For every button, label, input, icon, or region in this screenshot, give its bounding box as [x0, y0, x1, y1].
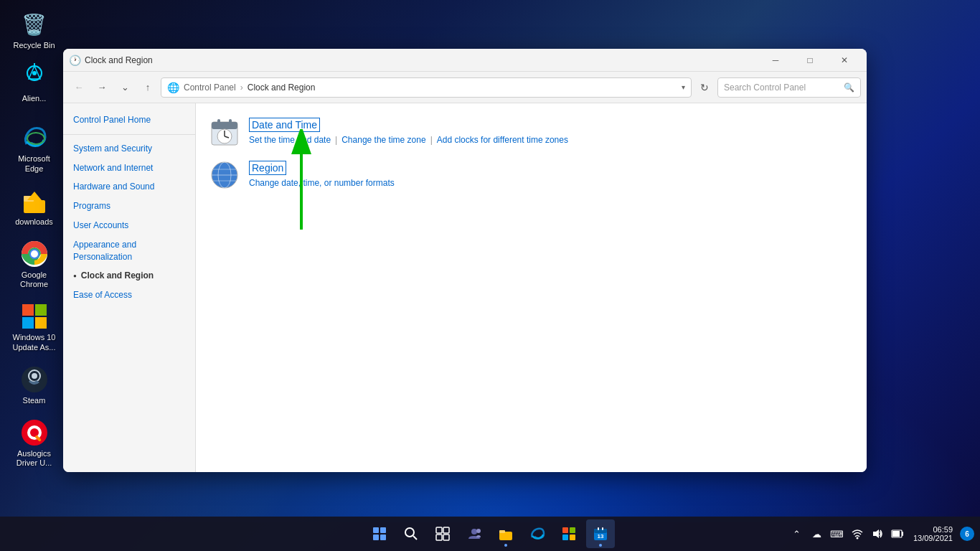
svg-text:13: 13	[598, 533, 604, 540]
svg-rect-23	[212, 122, 237, 129]
svg-point-4	[27, 133, 44, 144]
svg-rect-14	[35, 317, 47, 329]
windows-update-label: Windows 10 Update As...	[10, 333, 58, 352]
calendar-button[interactable]: 13	[586, 519, 615, 548]
sidebar-label-appearance: Appearance and Personalization	[73, 239, 185, 263]
sidebar-divider-1	[63, 134, 195, 135]
keyboard-icon[interactable]: ⌨	[829, 525, 846, 542]
sidebar-item-system-security[interactable]: System and Security	[63, 139, 195, 159]
svg-rect-40	[436, 534, 442, 540]
forward-button[interactable]: →	[92, 77, 112, 98]
clock-date: 13/09/2021	[913, 534, 953, 542]
desktop-icon-recycle-bin[interactable]: 🗑️ Recycle Bin	[7, 7, 61, 53]
desktop-icon-downloads[interactable]: downloads	[7, 184, 61, 230]
sidebar-item-clock-region[interactable]: ● Clock and Region	[63, 266, 195, 286]
task-view-button[interactable]	[428, 519, 457, 548]
downloads-label: downloads	[15, 217, 53, 227]
edge-desktop-label: Microsoft Edge	[10, 154, 58, 173]
minimize-button[interactable]: ─	[759, 49, 792, 72]
sidebar-label-control-panel-home: Control Panel Home	[73, 114, 151, 126]
add-clocks-link[interactable]: Add clocks for different time zones	[437, 135, 568, 145]
close-button[interactable]: ✕	[828, 49, 861, 72]
address-path-1: Control Panel	[184, 83, 236, 93]
svg-rect-12	[35, 304, 47, 316]
windows-logo-icon	[373, 527, 386, 540]
cloud-icon[interactable]: ☁	[809, 525, 826, 542]
svg-point-55	[856, 537, 858, 540]
store-button[interactable]	[555, 519, 583, 548]
edge-icon	[20, 123, 49, 152]
sep-2: |	[430, 135, 433, 145]
windows-update-icon	[20, 302, 49, 331]
svg-rect-5	[24, 200, 45, 213]
path-separator-1: ›	[240, 83, 243, 93]
chrome-icon	[20, 240, 49, 268]
clock-time: 06:59	[913, 525, 953, 534]
recent-locations-button[interactable]: ⌄	[115, 77, 135, 98]
address-dropdown-arrow[interactable]: ▾	[682, 83, 685, 91]
search-placeholder: Search Control Panel	[724, 83, 806, 93]
svg-marker-56	[873, 529, 879, 538]
sidebar-item-hardware-sound[interactable]: Hardware and Sound	[63, 177, 195, 197]
window-body: Control Panel Home System and Security N…	[63, 103, 867, 472]
sidebar-item-network-internet[interactable]: Network and Internet	[63, 159, 195, 178]
search-box[interactable]: Search Control Panel 🔍	[717, 77, 861, 98]
change-formats-link[interactable]: Change date, time, or number formats	[249, 178, 395, 188]
system-tray: ⌃ ☁ ⌨	[788, 525, 974, 542]
start-button[interactable]	[365, 519, 394, 548]
taskbar-center-icons: 13	[365, 519, 615, 548]
desktop-icon-windows-update[interactable]: Windows 10 Update As...	[7, 299, 61, 354]
tray-chevron[interactable]: ⌃	[788, 525, 806, 542]
file-explorer-button[interactable]	[491, 519, 520, 548]
refresh-button[interactable]: ↻	[694, 77, 715, 98]
region-icon	[210, 161, 239, 189]
sidebar-item-control-panel-home[interactable]: Control Panel Home	[63, 110, 195, 130]
notification-badge[interactable]: 6	[960, 527, 974, 541]
address-field[interactable]: 🌐 Control Panel › Clock and Region ▾	[161, 77, 692, 98]
auslogics-icon	[20, 418, 49, 447]
svg-rect-46	[562, 527, 568, 533]
alienware-icon	[20, 63, 49, 92]
auslogics-label: Auslogics Driver U...	[10, 449, 58, 468]
search-taskbar-button[interactable]	[397, 519, 425, 548]
svg-rect-59	[902, 532, 903, 536]
system-clock[interactable]: 06:59 13/09/2021	[909, 525, 957, 542]
desktop-icon-steam[interactable]: Steam	[7, 362, 61, 408]
sidebar-item-ease-access[interactable]: Ease of Access	[63, 286, 195, 305]
back-button[interactable]: ←	[69, 77, 89, 98]
desktop-icon-alienware[interactable]: Alien...	[7, 60, 61, 106]
sidebar-item-appearance[interactable]: Appearance and Personalization	[63, 235, 195, 267]
sidebar-item-user-accounts[interactable]: User Accounts	[63, 216, 195, 235]
battery-icon[interactable]	[889, 525, 906, 542]
chrome-label: Google Chrome	[10, 270, 58, 289]
svg-point-36	[405, 528, 414, 537]
edge-taskbar-button[interactable]	[523, 519, 552, 548]
taskbar: 13 ⌃ ☁ ⌨	[0, 517, 980, 551]
sidebar-item-programs[interactable]: Programs	[63, 197, 195, 216]
svg-rect-49	[570, 534, 575, 540]
desktop-icon-auslogics[interactable]: Auslogics Driver U...	[7, 415, 61, 471]
svg-rect-54	[602, 527, 603, 530]
svg-rect-58	[892, 531, 900, 537]
region-title[interactable]: Region	[249, 161, 286, 175]
up-button[interactable]: ↑	[138, 77, 158, 98]
desktop-icon-chrome[interactable]: Google Chrome	[7, 237, 61, 292]
desktop-icon-edge[interactable]: Microsoft Edge	[7, 121, 61, 176]
sidebar-label-ease-access: Ease of Access	[73, 289, 132, 301]
sidebar-label-hardware-sound: Hardware and Sound	[73, 181, 154, 193]
search-icon: 🔍	[844, 83, 854, 93]
svg-point-3	[32, 71, 37, 75]
change-timezone-link[interactable]: Change the time zone	[341, 135, 425, 145]
date-time-title[interactable]: Date and Time	[249, 118, 320, 132]
volume-icon[interactable]	[869, 525, 886, 542]
teams-button[interactable]	[460, 519, 489, 548]
address-bar: ← → ⌄ ↑ 🌐 Control Panel › Clock and Regi…	[63, 72, 867, 103]
svg-line-37	[413, 536, 417, 540]
sidebar-label-network-internet: Network and Internet	[73, 162, 153, 174]
wifi-icon[interactable]	[849, 525, 866, 542]
svg-rect-41	[443, 534, 449, 540]
svg-rect-13	[22, 317, 34, 329]
globe-icon: 🌐	[167, 82, 179, 93]
set-time-link[interactable]: Set the time and date	[249, 135, 331, 145]
maximize-button[interactable]: □	[793, 49, 826, 72]
